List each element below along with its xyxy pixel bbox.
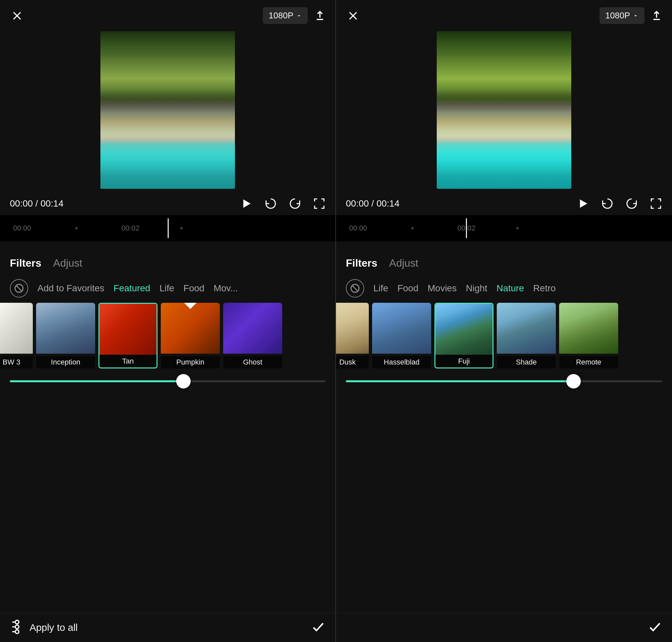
left-confirm-button[interactable] bbox=[311, 620, 326, 635]
right-filter-remote-label: Remote bbox=[559, 356, 618, 369]
right-play-button[interactable] bbox=[577, 197, 589, 210]
right-cat-night[interactable]: Night bbox=[466, 283, 487, 294]
right-timeline-cursor bbox=[466, 218, 467, 238]
left-controls-bar: 00:00 / 00:14 bbox=[0, 192, 335, 215]
right-resolution-button[interactable]: 1080P bbox=[599, 7, 644, 24]
left-close-button[interactable] bbox=[10, 9, 24, 23]
left-slider-track[interactable] bbox=[10, 380, 326, 382]
left-tab-adjust[interactable]: Adjust bbox=[53, 257, 82, 271]
right-panel: 1080P 00:00 / 00:14 bbox=[336, 0, 672, 642]
left-apply-all-text: Apply to all bbox=[29, 622, 78, 633]
left-resolution-label: 1080P bbox=[269, 11, 293, 21]
left-tab-filters[interactable]: Filters bbox=[10, 257, 41, 271]
svg-marker-10 bbox=[580, 199, 587, 207]
right-controls-icons bbox=[577, 197, 662, 210]
right-filter-dusk-label: Dusk bbox=[336, 356, 369, 369]
right-slider-container bbox=[336, 369, 672, 389]
left-resolution-button[interactable]: 1080P bbox=[263, 7, 308, 24]
right-no-filter-button[interactable] bbox=[346, 279, 364, 297]
right-cat-movies[interactable]: Movies bbox=[427, 283, 457, 294]
left-no-filter-button[interactable] bbox=[10, 279, 28, 297]
left-timeline-cursor bbox=[168, 218, 169, 238]
right-cat-retro[interactable]: Retro bbox=[533, 283, 555, 294]
left-timeline-dot2 bbox=[181, 227, 182, 229]
right-filter-shade[interactable]: Shade bbox=[497, 303, 556, 369]
svg-marker-2 bbox=[243, 199, 251, 207]
left-timeline-t2: 00:02 bbox=[121, 224, 140, 232]
left-time-total: 00:14 bbox=[40, 198, 63, 208]
left-rewind-button[interactable] bbox=[264, 197, 277, 210]
right-video-image bbox=[437, 31, 571, 189]
left-timeline-dot1 bbox=[76, 227, 77, 229]
right-rewind-button[interactable] bbox=[601, 197, 614, 210]
left-cat-movies[interactable]: Mov... bbox=[214, 283, 238, 294]
left-cat-food[interactable]: Food bbox=[183, 283, 205, 294]
right-fullscreen-button[interactable] bbox=[650, 197, 662, 210]
right-upload-button[interactable] bbox=[651, 10, 662, 21]
left-filter-ghost-img bbox=[223, 303, 282, 354]
right-time-total: 00:14 bbox=[377, 198, 399, 208]
right-slider-track[interactable] bbox=[346, 380, 662, 382]
right-filter-fuji-label: Fuji bbox=[435, 355, 492, 368]
right-timeline[interactable]: 00:00 00:02 bbox=[336, 215, 672, 241]
left-filter-bw3[interactable]: BW 3 bbox=[0, 303, 33, 369]
left-timeline-t1: 00:00 bbox=[13, 224, 31, 232]
left-cat-favorites[interactable]: Add to Favorites bbox=[37, 283, 104, 294]
left-cat-featured[interactable]: Featured bbox=[114, 283, 150, 294]
left-filter-row: BW 3 Inception Tan 75 Pumpkin Ghost bbox=[0, 303, 335, 369]
left-fullscreen-button[interactable] bbox=[313, 197, 326, 210]
left-bottom-bar: Apply to all bbox=[0, 613, 335, 642]
left-filter-ghost-label: Ghost bbox=[223, 356, 282, 369]
right-filter-fuji[interactable]: Fuji bbox=[434, 303, 493, 369]
svg-point-6 bbox=[15, 625, 19, 629]
left-filter-ghost[interactable]: Ghost bbox=[223, 303, 282, 369]
left-filters-tabs: Filters Adjust bbox=[10, 257, 326, 271]
left-slider-fill bbox=[10, 380, 183, 382]
left-timeline[interactable]: 00:00 00:02 bbox=[0, 215, 335, 241]
left-cat-life[interactable]: Life bbox=[159, 283, 174, 294]
right-filter-row: Dusk Hasselblad Fuji Shade Remote bbox=[336, 303, 672, 369]
right-close-button[interactable] bbox=[346, 9, 360, 23]
left-filter-bw3-img bbox=[0, 303, 33, 354]
right-tab-filters[interactable]: Filters bbox=[346, 257, 377, 271]
right-filter-hasselblad[interactable]: Hasselblad bbox=[372, 303, 431, 369]
left-header-right: 1080P bbox=[263, 7, 326, 24]
right-controls-bar: 00:00 / 00:14 bbox=[336, 192, 672, 215]
right-timeline-dot1 bbox=[411, 227, 413, 229]
left-apply-all-button[interactable]: Apply to all bbox=[10, 620, 78, 635]
right-forward-button[interactable] bbox=[625, 197, 638, 210]
left-filter-pumpkin[interactable]: 75 Pumpkin bbox=[161, 303, 220, 369]
right-timeline-dot2 bbox=[516, 227, 518, 229]
left-upload-button[interactable] bbox=[314, 10, 326, 21]
left-filter-tan[interactable]: Tan bbox=[98, 303, 158, 369]
right-cat-food[interactable]: Food bbox=[397, 283, 418, 294]
left-header: 1080P bbox=[0, 0, 335, 31]
left-filter-inception[interactable]: Inception bbox=[36, 303, 95, 369]
right-filter-remote[interactable]: Remote bbox=[559, 303, 618, 369]
left-filter-tan-label: Tan bbox=[100, 355, 157, 368]
right-tab-adjust[interactable]: Adjust bbox=[389, 257, 418, 271]
right-filters-tabs: Filters Adjust bbox=[346, 257, 662, 271]
left-video-preview bbox=[0, 31, 335, 192]
right-video-thumb bbox=[437, 31, 571, 189]
right-filter-shade-label: Shade bbox=[497, 356, 556, 369]
right-time-separator: / bbox=[371, 198, 377, 208]
left-slider-thumb[interactable] bbox=[176, 374, 190, 388]
right-time-current: 00:00 bbox=[346, 198, 369, 208]
right-filter-dusk[interactable]: Dusk bbox=[336, 303, 369, 369]
left-forward-button[interactable] bbox=[289, 197, 301, 210]
left-play-button[interactable] bbox=[240, 197, 253, 210]
right-slider-thumb[interactable] bbox=[566, 374, 581, 388]
left-controls-icons bbox=[240, 197, 326, 210]
svg-point-5 bbox=[15, 630, 19, 633]
right-cat-life[interactable]: Life bbox=[373, 283, 388, 294]
left-category-bar: Add to Favorites Featured Life Food Mov.… bbox=[10, 279, 326, 303]
left-filter-tan-img bbox=[100, 304, 157, 355]
right-header-right: 1080P bbox=[599, 7, 662, 24]
left-filter-pumpkin-label: Pumpkin bbox=[161, 356, 220, 369]
right-filter-hasselblad-label: Hasselblad bbox=[372, 356, 431, 369]
right-confirm-button[interactable] bbox=[648, 620, 662, 635]
right-cat-nature[interactable]: Nature bbox=[497, 283, 524, 294]
left-video-image bbox=[101, 31, 235, 189]
left-filter-inception-label: Inception bbox=[36, 356, 95, 369]
